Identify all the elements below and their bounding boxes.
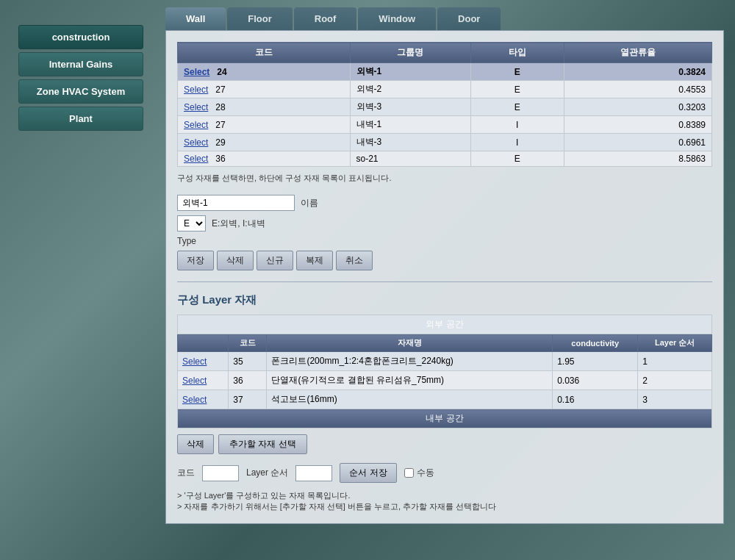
sidebar: construction Internal Gains Zone HVAC Sy…	[0, 0, 162, 560]
bottom-notes: > '구성 Layer'를 구성하고 있는 자재 목록입니다. > 자재를 추가…	[177, 490, 712, 512]
form-buttons: 저장 삭제 신규 복제 취소	[177, 251, 712, 270]
col-header-type: 타입	[470, 43, 564, 63]
copy-button[interactable]: 복제	[296, 251, 333, 270]
construction-table: 코드 그룹명 타입 열관류율 Select 24 외벽-1 E 0.3824 S…	[177, 42, 712, 167]
code-input[interactable]	[202, 465, 239, 481]
tab-wall[interactable]: Wall	[165, 7, 226, 30]
code-label: 코드	[177, 467, 195, 479]
row-name-0: 외벽-1	[350, 63, 470, 81]
tab-bar: Wall Floor Roof Window Door	[165, 7, 724, 30]
manual-label: 수동	[417, 467, 434, 479]
col-header-code: 코드	[178, 43, 351, 63]
col-header-value: 열관류율	[564, 43, 711, 63]
tab-floor[interactable]: Floor	[227, 7, 293, 30]
sidebar-item-construction[interactable]: construction	[18, 25, 143, 49]
new-button[interactable]: 신규	[257, 251, 293, 270]
type-options-label: E:외벽, I:내벽	[212, 218, 265, 230]
layer-order-input[interactable]	[295, 465, 332, 481]
bottom-form: 코드 Layer 순서 순서 저장 수동	[177, 463, 712, 483]
layer-select-link-0[interactable]: Select	[182, 356, 207, 367]
main-content: Wall Floor Roof Window Door 코드 그룹명 타입 열관…	[162, 0, 735, 560]
add-material-button[interactable]: 추가할 자재 선택	[218, 434, 307, 454]
layer-order-1: 2	[638, 371, 712, 390]
select-link-3[interactable]: Select	[184, 120, 208, 130]
layer-select-link-2[interactable]: Select	[182, 395, 207, 405]
note-2: > 자재를 추가하기 위해서는 [추가할 자재 선택] 버튼을 누르고, 추가할…	[177, 501, 712, 512]
select-link-4[interactable]: Select	[184, 137, 208, 148]
layer-name-2: 석고보드(16mm)	[267, 390, 553, 409]
save-order-button[interactable]: 순서 저장	[340, 463, 396, 483]
name-input[interactable]	[177, 195, 295, 211]
row-value-0: 0.3824	[564, 63, 711, 81]
layer-col-name: 자재명	[267, 334, 553, 352]
layer-code-1: 36	[229, 371, 267, 390]
sidebar-item-internal-gains[interactable]: Internal Gains	[18, 52, 143, 76]
name-label: 이름	[301, 197, 318, 209]
row-type-1: E	[470, 81, 564, 98]
tab-door[interactable]: Door	[437, 7, 501, 30]
tab-window[interactable]: Window	[358, 7, 436, 30]
layer-row: Select 37 석고보드(16mm) 0.16 3	[178, 390, 712, 409]
layer-order-0: 1	[638, 352, 712, 371]
save-button[interactable]: 저장	[177, 251, 214, 270]
layer-buttons: 삭제 추가할 자재 선택	[177, 434, 712, 454]
table-row: Select 27 외벽-2 E 0.4553	[178, 81, 712, 98]
layer-delete-button[interactable]: 삭제	[177, 434, 214, 454]
layer-code-0: 35	[229, 352, 267, 371]
layer-col-conductivity: conductivity	[553, 334, 638, 352]
table-row: Select 36 so-21 E 8.5863	[178, 151, 712, 167]
layer-select-link-1[interactable]: Select	[182, 376, 207, 386]
delete-button[interactable]: 삭제	[217, 251, 254, 270]
row-type-3: I	[470, 116, 564, 134]
layer-table: 외부 공간 코드 자재명 conductivity Layer 순서 Selec…	[177, 315, 712, 428]
col-header-group: 그룹명	[350, 43, 470, 63]
row-name-2: 외벽-3	[350, 98, 470, 116]
row-value-4: 0.6961	[564, 134, 711, 151]
row-type-2: E	[470, 98, 564, 116]
layer-col-select	[178, 334, 229, 352]
layer-order-2: 3	[638, 390, 712, 409]
select-link-1[interactable]: Select	[184, 85, 208, 95]
manual-checkbox-group: 수동	[404, 467, 434, 479]
type-section-label: Type	[177, 236, 712, 246]
select-link-5[interactable]: Select	[184, 154, 208, 164]
inner-space-header: 내부 공간	[178, 409, 712, 428]
row-type-0: E	[470, 63, 564, 81]
select-link-0[interactable]: Select	[184, 67, 209, 77]
row-type-4: I	[470, 134, 564, 151]
layer-name-0: 폰크리트(200mm_1:2:4혼합폰크리트_2240kg)	[267, 352, 553, 371]
sidebar-item-zone-hvac[interactable]: Zone HVAC System	[18, 79, 143, 104]
main-panel: 코드 그룹명 타입 열관류율 Select 24 외벽-1 E 0.3824 S…	[165, 30, 724, 524]
outer-space-header: 외부 공간	[178, 315, 712, 334]
layer-col-code: 코드	[229, 334, 267, 352]
layer-name-1: 단열재(유기적으로 결합된 유리섬유_75mm)	[267, 371, 553, 390]
row-value-5: 8.5863	[564, 151, 711, 167]
cancel-button[interactable]: 취소	[336, 251, 373, 270]
manual-checkbox[interactable]	[404, 468, 414, 478]
hint-text: 구성 자재를 선택하면, 하단에 구성 자재 목록이 표시됩니다.	[177, 173, 712, 184]
layer-col-order: Layer 순서	[638, 334, 712, 352]
sidebar-item-plant[interactable]: Plant	[18, 107, 143, 131]
table-row: Select 24 외벽-1 E 0.3824	[178, 63, 712, 81]
layer-conductivity-2: 0.16	[553, 390, 638, 409]
tab-roof[interactable]: Roof	[294, 7, 357, 30]
layer-section-title: 구성 Layer 자재	[177, 293, 712, 307]
layer-row: Select 36 단열재(유기적으로 결합된 유리섬유_75mm) 0.036…	[178, 371, 712, 390]
table-row: Select 27 내벽-1 I 0.8389	[178, 116, 712, 134]
section-divider	[177, 281, 712, 282]
row-type-5: E	[470, 151, 564, 167]
layer-order-label: Layer 순서	[246, 467, 288, 479]
table-row: Select 29 내벽-3 I 0.6961	[178, 134, 712, 151]
select-link-2[interactable]: Select	[184, 102, 208, 112]
row-name-3: 내벽-1	[350, 116, 470, 134]
type-select[interactable]: E I	[177, 215, 206, 231]
row-name-5: so-21	[350, 151, 470, 167]
layer-conductivity-0: 1.95	[553, 352, 638, 371]
row-value-3: 0.8389	[564, 116, 711, 134]
table-row: Select 28 외벽-3 E 0.3203	[178, 98, 712, 116]
row-name-4: 내벽-3	[350, 134, 470, 151]
row-value-1: 0.4553	[564, 81, 711, 98]
row-value-2: 0.3203	[564, 98, 711, 116]
row-name-1: 외벽-2	[350, 81, 470, 98]
note-1: > '구성 Layer'를 구성하고 있는 자재 목록입니다.	[177, 490, 712, 501]
